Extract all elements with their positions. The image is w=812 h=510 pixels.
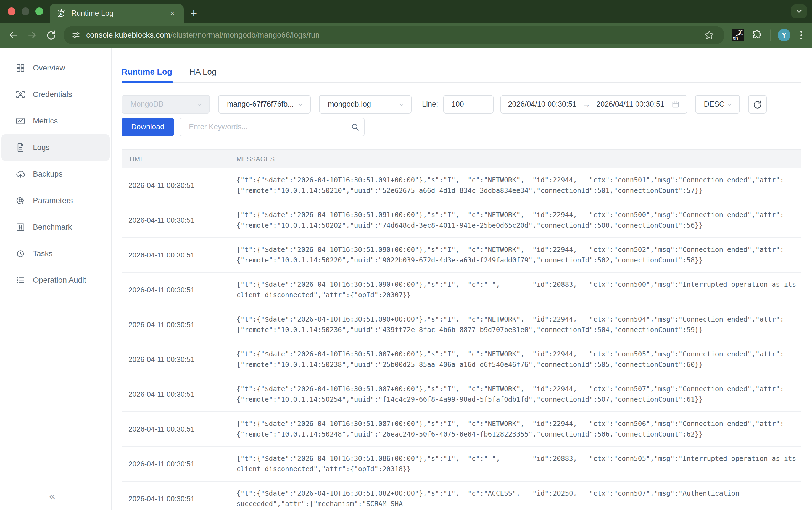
extensions-button[interactable]	[752, 30, 762, 40]
browser-tab[interactable]: K Runtime Log ×	[50, 4, 184, 23]
sidebar: Overview Credentials Metrics Logs Backup…	[0, 48, 112, 510]
log-message-line: {"t":{"$date":"2026-04-10T16:30:51.090+0…	[236, 245, 801, 255]
kubeblocks-favicon-icon: K	[56, 8, 66, 18]
puzzle-icon	[752, 30, 762, 40]
maximize-window-button[interactable]	[35, 7, 43, 15]
sidebar-item-parameters[interactable]: Parameters	[1, 187, 110, 214]
sidebar-item-benchmark[interactable]: Benchmark	[1, 214, 110, 240]
tab-ha-log[interactable]: HA Log	[189, 66, 216, 82]
log-message-line: client disconnected","attr":{"opId":2031…	[236, 464, 801, 474]
forward-arrow-icon	[27, 30, 37, 40]
log-message-line: client disconnected","attr":{"opId":2030…	[236, 290, 801, 300]
download-button[interactable]: Download	[121, 118, 174, 136]
tab-strip: K Runtime Log × +	[0, 0, 812, 23]
log-time: 2026-04-11 00:30:51	[122, 377, 236, 412]
tab-title: Runtime Log	[71, 9, 168, 18]
sort-order-select[interactable]: DESC	[695, 95, 740, 114]
table-row: 2026-04-11 00:30:51 {"t":{"$date":"2026-…	[122, 308, 801, 342]
table-row: 2026-04-11 00:30:51 {"t":{"$date":"2026-…	[122, 203, 801, 238]
window-controls	[8, 7, 43, 15]
benchmark-sliders-icon	[16, 222, 25, 232]
app-page: Overview Credentials Metrics Logs Backup…	[0, 48, 812, 510]
search-input[interactable]	[180, 118, 346, 136]
sidebar-item-label: Backups	[33, 170, 62, 178]
action-row: Download	[121, 118, 801, 136]
log-message: {"t":{"$date":"2026-04-10T16:30:51.086+0…	[236, 447, 801, 481]
browser-toolbar: console.kubeblocks.com/cluster/normal/mo…	[0, 23, 812, 48]
browser-menu-button[interactable]	[798, 30, 805, 40]
bookmark-button[interactable]	[704, 30, 715, 40]
tab-runtime-log[interactable]: Runtime Log	[121, 66, 172, 82]
log-time: 2026-04-11 00:30:51	[122, 342, 236, 376]
sidebar-item-tasks[interactable]: Tasks	[1, 240, 110, 267]
svg-text:K: K	[60, 12, 63, 16]
log-message-line: {"remote":"10.0.1.14:50238","uuid":"25b0…	[236, 360, 801, 370]
log-message-line: {"t":{"$date":"2026-04-10T16:30:51.087+0…	[236, 349, 801, 360]
sidebar-item-label: Benchmark	[33, 223, 72, 231]
url-bar[interactable]: console.kubeblocks.com/cluster/normal/mo…	[63, 26, 724, 44]
back-button[interactable]	[7, 29, 19, 41]
sidebar-item-overview[interactable]: Overview	[1, 55, 110, 81]
site-settings-icon[interactable]	[71, 30, 81, 40]
sidebar-item-logs[interactable]: Logs	[1, 134, 110, 161]
clock-icon	[16, 249, 25, 258]
log-message-line: {"t":{"$date":"2026-04-10T16:30:51.091+0…	[236, 210, 801, 220]
reload-icon	[45, 30, 56, 40]
reload-button[interactable]	[45, 29, 57, 41]
translate-extension-icon[interactable]: 英 en	[732, 29, 744, 41]
date-range-picker[interactable]: 2026/04/10 00:30:51 → 2026/04/11 00:30:5…	[500, 95, 688, 114]
log-message-line: succeeded","attr":{"mechanism":"SCRAM-SH…	[236, 499, 801, 509]
forward-button[interactable]	[26, 29, 38, 41]
chevron-down-icon	[197, 102, 203, 108]
profile-avatar[interactable]: Y	[778, 29, 790, 41]
log-message-line: {"remote":"10.0.1.14:50254","uuid":"f14c…	[236, 394, 801, 405]
sidebar-item-label: Operation Audit	[33, 276, 86, 285]
log-message: {"t":{"$date":"2026-04-10T16:30:51.091+0…	[236, 168, 801, 202]
log-time: 2026-04-11 00:30:51	[122, 238, 236, 272]
sidebar-collapse-button[interactable]: «	[49, 490, 55, 502]
sidebar-item-credentials[interactable]: Credentials	[1, 81, 110, 108]
main-content: Runtime Log HA Log MongoDB mango-67f76f7…	[121, 48, 801, 510]
audit-list-icon	[16, 276, 25, 285]
log-message-line: {"remote":"10.0.1.14:50248","uuid":"26ea…	[236, 429, 801, 440]
pod-select[interactable]: mango-67f76f76fb...	[218, 95, 311, 114]
engine-select: MongoDB	[121, 95, 210, 114]
table-row: 2026-04-11 00:30:51 {"t":{"$date":"2026-…	[122, 238, 801, 273]
log-message-line: {"remote":"10.0.1.14:50210","uuid":"52e6…	[236, 186, 801, 196]
log-time: 2026-04-11 00:30:51	[122, 412, 236, 446]
table-row: 2026-04-11 00:30:51 {"t":{"$date":"2026-…	[122, 342, 801, 377]
chevron-down-icon	[297, 102, 303, 108]
minimize-window-button[interactable]	[22, 7, 29, 15]
log-message: {"t":{"$date":"2026-04-10T16:30:51.090+0…	[236, 273, 801, 307]
search-button[interactable]	[346, 118, 364, 136]
star-icon	[704, 30, 715, 40]
gear-icon	[16, 196, 25, 205]
log-message-line: {"t":{"$date":"2026-04-10T16:30:51.090+0…	[236, 314, 801, 324]
column-header-time: TIME	[122, 155, 236, 163]
table-row: 2026-04-11 00:30:51 {"t":{"$date":"2026-…	[122, 168, 801, 203]
log-message-line: {"t":{"$date":"2026-04-10T16:30:51.087+0…	[236, 384, 801, 394]
log-tabs: Runtime Log HA Log	[121, 48, 801, 83]
toolbar-right: 英 en Y	[732, 29, 805, 41]
sidebar-item-operation-audit[interactable]: Operation Audit	[1, 267, 110, 293]
new-tab-button[interactable]: +	[191, 8, 197, 19]
log-message-line: {"t":{"$date":"2026-04-10T16:30:51.090+0…	[236, 279, 801, 290]
line-label: Line:	[422, 100, 438, 109]
calendar-icon	[671, 100, 680, 109]
id-card-icon	[16, 90, 25, 99]
refresh-button[interactable]	[748, 95, 767, 114]
log-message: {"t":{"$date":"2026-04-10T16:30:51.087+0…	[236, 342, 801, 376]
sidebar-item-backups[interactable]: Backups	[1, 161, 110, 187]
chevron-down-icon	[398, 102, 404, 108]
log-file-select[interactable]: mongodb.log	[319, 95, 411, 114]
close-window-button[interactable]	[8, 7, 16, 15]
grid-icon	[16, 63, 25, 73]
log-message-line: {"t":{"$date":"2026-04-10T16:30:51.091+0…	[236, 175, 801, 186]
sidebar-item-metrics[interactable]: Metrics	[1, 108, 110, 134]
line-count-input[interactable]	[443, 95, 494, 114]
chevron-down-icon	[727, 102, 733, 108]
log-time: 2026-04-11 00:30:51	[122, 203, 236, 237]
tab-close-icon[interactable]: ×	[168, 8, 177, 19]
log-message: {"t":{"$date":"2026-04-10T16:30:51.087+0…	[236, 412, 801, 446]
tab-search-button[interactable]	[791, 4, 807, 18]
